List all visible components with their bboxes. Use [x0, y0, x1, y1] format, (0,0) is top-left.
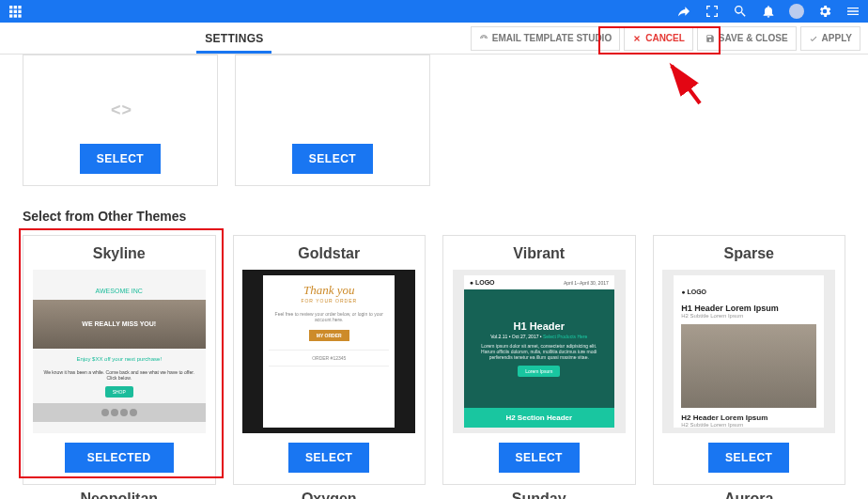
- svg-rect-5: [18, 10, 21, 13]
- preview-brand: AWESOME INC: [90, 282, 148, 300]
- svg-rect-1: [14, 6, 17, 8]
- select-button[interactable]: SELECT: [288, 443, 369, 473]
- svg-rect-8: [18, 14, 21, 17]
- preview-body: We know it has been a while. Come back a…: [33, 369, 206, 386]
- search-icon[interactable]: [733, 4, 748, 19]
- cancel-label: CANCEL: [645, 33, 685, 43]
- preview-date: April 1–April 30, 2017: [564, 280, 609, 286]
- tab-settings[interactable]: SETTINGS: [205, 32, 263, 45]
- section-other-themes-title: Select from Other Themes: [23, 209, 845, 224]
- email-template-studio-button[interactable]: EMAIL TEMPLATE STUDIO: [471, 26, 620, 51]
- theme-title: Oxygen: [233, 491, 426, 499]
- tab-underline: [196, 51, 271, 54]
- theme-card-goldstar: Goldstar Thank you FOR YOUR ORDER Feel f…: [233, 235, 426, 485]
- theme-preview-goldstar: Thank you FOR YOUR ORDER Feel free to re…: [242, 270, 415, 433]
- select-button[interactable]: SELECT: [499, 443, 580, 473]
- theme-title: Skyline: [93, 236, 146, 270]
- preview-paragraph: Lorem ipsum dolor sit amet, consectetur …: [470, 343, 609, 366]
- preview-text: Feel free to review your order below, or…: [269, 309, 389, 324]
- theme-card-vibrant: Vibrant ● LOGOApril 1–April 30, 2017 H1 …: [442, 235, 636, 485]
- theme-card-blank-1: < > SELECT: [23, 55, 218, 186]
- preview-sub1: H2 Subtitle Lorem Ipsum: [674, 313, 824, 324]
- theme-title: Sparse: [724, 236, 774, 270]
- gear-icon[interactable]: [817, 4, 832, 19]
- preview-logo: ● LOGO: [681, 288, 706, 295]
- svg-rect-7: [14, 14, 17, 17]
- preview-logo: ● LOGO: [470, 279, 495, 286]
- svg-rect-3: [9, 10, 12, 13]
- preview-h1: H1 Header: [514, 320, 565, 332]
- preview-cta: MY ORDER: [309, 330, 349, 341]
- svg-rect-6: [9, 14, 12, 17]
- save-close-button[interactable]: SAVE & CLOSE: [697, 26, 797, 51]
- theme-card-skyline: Skyline AWESOME INC WE REALLY MISS YOU! …: [23, 235, 216, 485]
- selected-button[interactable]: SELECTED: [65, 443, 174, 473]
- save-close-label: SAVE & CLOSE: [719, 33, 788, 43]
- theme-card-blank-2: SELECT: [235, 55, 430, 186]
- theme-title: Goldstar: [298, 236, 360, 270]
- preview-image: [681, 324, 816, 408]
- bell-icon[interactable]: [761, 4, 776, 19]
- theme-card-sparse: Sparse ● LOGO H1 Header Lorem Ipsum H2 S…: [653, 235, 846, 485]
- select-button[interactable]: SELECT: [708, 443, 789, 473]
- share-icon[interactable]: [676, 4, 691, 19]
- cancel-button[interactable]: CANCEL: [624, 26, 693, 51]
- content-area: < > SELECT SELECT Select from Other Them…: [0, 55, 868, 499]
- preview-sub2: H2 Subtitle Lorem Ipsum: [674, 422, 824, 428]
- preview-promo: Enjoy $XX off your next purchase!: [76, 349, 162, 369]
- select-button[interactable]: SELECT: [292, 144, 373, 174]
- preview-cta: SHOP: [105, 386, 133, 398]
- apps-icon[interactable]: [8, 4, 23, 19]
- theme-title: Vibrant: [513, 236, 565, 270]
- user-avatar[interactable]: [789, 4, 804, 19]
- preview-h2: H2 Header Lorem Ipsum: [674, 408, 824, 422]
- preview-h2: H2 Section Header: [464, 408, 614, 428]
- preview-h1: H1 Header Lorem Ipsum: [674, 304, 824, 313]
- theme-title: Neopolitan: [23, 491, 216, 499]
- theme-preview-skyline: AWESOME INC WE REALLY MISS YOU! Enjoy $X…: [33, 270, 206, 433]
- apply-button[interactable]: APPLY: [800, 26, 860, 51]
- preview-hero: WE REALLY MISS YOU!: [33, 300, 206, 349]
- menu-icon[interactable]: [845, 4, 860, 19]
- theme-preview-vibrant: ● LOGOApril 1–April 30, 2017 H1 Header V…: [453, 270, 626, 433]
- theme-title: Sunday: [442, 491, 636, 499]
- chevron-nav-icon[interactable]: < >: [111, 101, 130, 120]
- theme-preview-sparse: ● LOGO H1 Header Lorem Ipsum H2 Subtitle…: [662, 270, 835, 433]
- email-template-studio-label: EMAIL TEMPLATE STUDIO: [492, 33, 612, 43]
- fullscreen-icon[interactable]: [705, 4, 720, 19]
- svg-rect-4: [14, 10, 17, 13]
- top-navbar: [0, 0, 868, 23]
- preview-subtitle: FOR YOUR ORDER: [301, 298, 357, 304]
- svg-rect-2: [18, 6, 21, 8]
- preview-title: Thank you: [303, 283, 355, 298]
- preview-footer: [33, 403, 206, 422]
- action-bar: SETTINGS EMAIL TEMPLATE STUDIO CANCEL SA…: [0, 23, 868, 55]
- svg-rect-0: [9, 6, 12, 8]
- apply-label: APPLY: [822, 33, 852, 43]
- preview-cta: Lorem Ipsum: [518, 366, 560, 377]
- select-button[interactable]: SELECT: [80, 144, 161, 174]
- theme-title: Aurora: [653, 491, 846, 499]
